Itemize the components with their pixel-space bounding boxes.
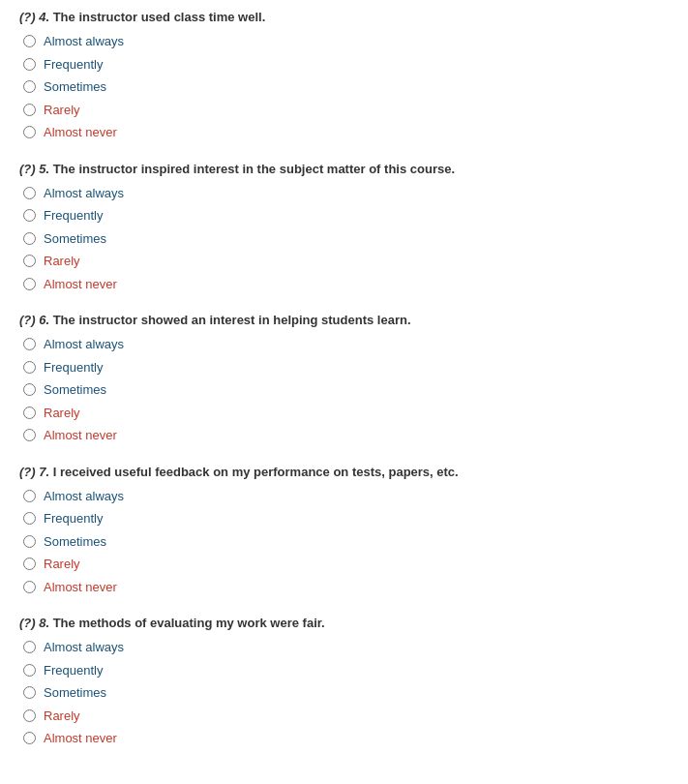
option-label-q4-almost-always[interactable]: Almost always <box>44 32 124 51</box>
radio-q8-frequently[interactable] <box>23 664 36 677</box>
option-label-q5-frequently[interactable]: Frequently <box>44 206 103 226</box>
option-item-q6-rarely: Rarely <box>23 404 669 423</box>
option-item-q7-almost-always: Almost always <box>23 487 669 506</box>
radio-q8-almost-never[interactable] <box>23 732 36 744</box>
option-item-q6-almost-always: Almost always <box>23 335 669 354</box>
option-item-q7-frequently: Frequently <box>23 509 669 528</box>
options-list-q4: Almost alwaysFrequentlySometimesRarelyAl… <box>19 32 669 142</box>
option-item-q5-sometimes: Sometimes <box>23 229 669 249</box>
option-label-q4-frequently[interactable]: Frequently <box>44 55 103 75</box>
option-item-q4-rarely: Rarely <box>23 101 669 120</box>
option-label-q4-rarely[interactable]: Rarely <box>44 101 80 120</box>
option-label-q8-rarely[interactable]: Rarely <box>44 707 80 726</box>
question-number-q6: (?) 6. <box>19 313 49 327</box>
radio-q6-almost-never[interactable] <box>23 429 36 441</box>
option-item-q6-sometimes: Sometimes <box>23 380 669 400</box>
option-label-q5-sometimes[interactable]: Sometimes <box>44 229 106 249</box>
question-block-q5: (?) 5. The instructor inspired interest … <box>19 162 669 294</box>
radio-q7-frequently[interactable] <box>23 512 36 525</box>
option-item-q8-frequently: Frequently <box>23 661 669 680</box>
option-label-q7-almost-never[interactable]: Almost never <box>44 578 117 597</box>
option-item-q8-almost-always: Almost always <box>23 638 669 657</box>
options-list-q8: Almost alwaysFrequentlySometimesRarelyAl… <box>19 638 669 748</box>
question-block-q4: (?) 4. The instructor used class time we… <box>19 10 669 142</box>
radio-q8-rarely[interactable] <box>23 709 36 722</box>
option-label-q5-almost-never[interactable]: Almost never <box>44 275 117 294</box>
radio-q7-almost-always[interactable] <box>23 490 36 502</box>
option-label-q6-rarely[interactable]: Rarely <box>44 404 80 423</box>
option-item-q4-almost-never: Almost never <box>23 123 669 142</box>
survey-container: (?) 4. The instructor used class time we… <box>19 10 669 748</box>
options-list-q6: Almost alwaysFrequentlySometimesRarelyAl… <box>19 335 669 445</box>
radio-q5-frequently[interactable] <box>23 209 36 222</box>
option-label-q6-frequently[interactable]: Frequently <box>44 358 103 377</box>
option-item-q7-sometimes: Sometimes <box>23 532 669 552</box>
question-label-q6: (?) 6. The instructor showed an interest… <box>19 313 669 327</box>
radio-q4-almost-never[interactable] <box>23 126 36 138</box>
radio-q5-sometimes[interactable] <box>23 232 36 245</box>
radio-q4-almost-always[interactable] <box>23 35 36 47</box>
radio-q6-rarely[interactable] <box>23 407 36 419</box>
option-item-q8-rarely: Rarely <box>23 707 669 726</box>
radio-q8-sometimes[interactable] <box>23 686 36 699</box>
option-item-q5-almost-always: Almost always <box>23 184 669 203</box>
option-item-q4-almost-always: Almost always <box>23 32 669 51</box>
option-item-q7-almost-never: Almost never <box>23 578 669 597</box>
option-label-q8-sometimes[interactable]: Sometimes <box>44 683 106 703</box>
option-item-q4-sometimes: Sometimes <box>23 77 669 97</box>
radio-q6-almost-always[interactable] <box>23 338 36 350</box>
question-label-q5: (?) 5. The instructor inspired interest … <box>19 162 669 176</box>
radio-q7-rarely[interactable] <box>23 558 36 570</box>
option-label-q8-almost-never[interactable]: Almost never <box>44 729 117 748</box>
option-item-q8-almost-never: Almost never <box>23 729 669 748</box>
radio-q7-sometimes[interactable] <box>23 535 36 548</box>
question-text-q8: The methods of evaluating my work were f… <box>49 616 325 630</box>
option-label-q4-sometimes[interactable]: Sometimes <box>44 77 106 97</box>
question-text-q5: The instructor inspired interest in the … <box>49 162 455 176</box>
option-label-q7-almost-always[interactable]: Almost always <box>44 487 124 506</box>
question-label-q8: (?) 8. The methods of evaluating my work… <box>19 616 669 630</box>
option-item-q7-rarely: Rarely <box>23 555 669 574</box>
option-label-q8-almost-always[interactable]: Almost always <box>44 638 124 657</box>
question-block-q7: (?) 7. I received useful feedback on my … <box>19 465 669 597</box>
option-item-q6-almost-never: Almost never <box>23 426 669 445</box>
question-block-q8: (?) 8. The methods of evaluating my work… <box>19 616 669 748</box>
question-label-q4: (?) 4. The instructor used class time we… <box>19 10 669 24</box>
radio-q5-almost-never[interactable] <box>23 278 36 290</box>
option-item-q6-frequently: Frequently <box>23 358 669 377</box>
option-item-q5-almost-never: Almost never <box>23 275 669 294</box>
option-label-q5-almost-always[interactable]: Almost always <box>44 184 124 203</box>
radio-q4-rarely[interactable] <box>23 104 36 116</box>
option-label-q7-rarely[interactable]: Rarely <box>44 555 80 574</box>
question-block-q6: (?) 6. The instructor showed an interest… <box>19 313 669 445</box>
option-item-q4-frequently: Frequently <box>23 55 669 75</box>
option-item-q5-rarely: Rarely <box>23 252 669 271</box>
option-label-q6-almost-always[interactable]: Almost always <box>44 335 124 354</box>
question-number-q4: (?) 4. <box>19 10 49 24</box>
option-label-q7-frequently[interactable]: Frequently <box>44 509 103 528</box>
options-list-q7: Almost alwaysFrequentlySometimesRarelyAl… <box>19 487 669 597</box>
option-label-q8-frequently[interactable]: Frequently <box>44 661 103 680</box>
radio-q7-almost-never[interactable] <box>23 581 36 593</box>
question-number-q8: (?) 8. <box>19 616 49 630</box>
question-number-q7: (?) 7. <box>19 465 49 479</box>
option-label-q7-sometimes[interactable]: Sometimes <box>44 532 106 552</box>
question-number-q5: (?) 5. <box>19 162 49 176</box>
radio-q8-almost-always[interactable] <box>23 641 36 653</box>
question-label-q7: (?) 7. I received useful feedback on my … <box>19 465 669 479</box>
option-label-q4-almost-never[interactable]: Almost never <box>44 123 117 142</box>
question-text-q4: The instructor used class time well. <box>49 10 265 24</box>
radio-q6-sometimes[interactable] <box>23 383 36 396</box>
radio-q5-rarely[interactable] <box>23 255 36 267</box>
option-item-q8-sometimes: Sometimes <box>23 683 669 703</box>
radio-q5-almost-always[interactable] <box>23 187 36 199</box>
option-label-q6-sometimes[interactable]: Sometimes <box>44 380 106 400</box>
radio-q4-frequently[interactable] <box>23 58 36 71</box>
radio-q6-frequently[interactable] <box>23 361 36 374</box>
options-list-q5: Almost alwaysFrequentlySometimesRarelyAl… <box>19 184 669 294</box>
radio-q4-sometimes[interactable] <box>23 80 36 93</box>
option-label-q6-almost-never[interactable]: Almost never <box>44 426 117 445</box>
option-label-q5-rarely[interactable]: Rarely <box>44 252 80 271</box>
question-text-q6: The instructor showed an interest in hel… <box>49 313 410 327</box>
option-item-q5-frequently: Frequently <box>23 206 669 226</box>
